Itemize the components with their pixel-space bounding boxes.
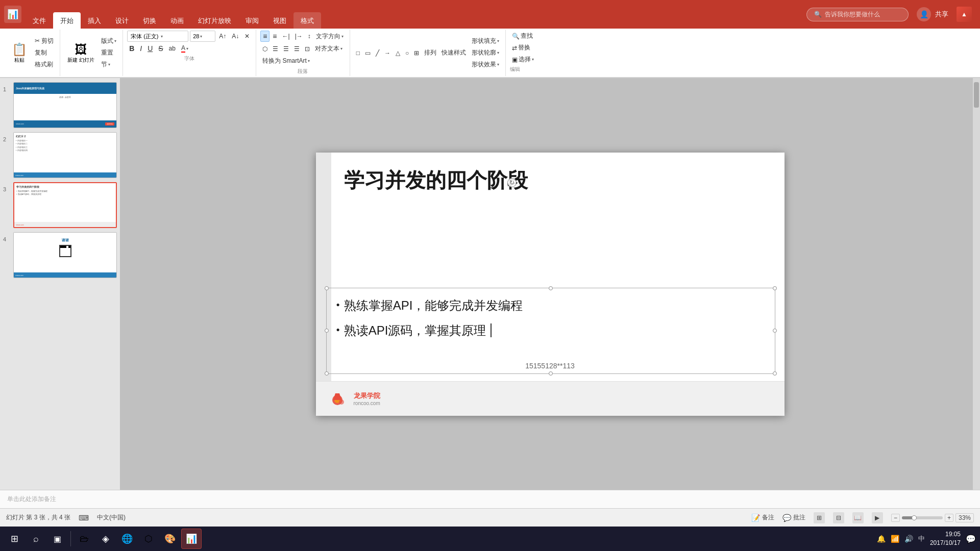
bullets-button[interactable]: ≡ xyxy=(260,31,270,42)
justify-button[interactable]: ☰ xyxy=(292,44,302,54)
action-center-button[interactable]: 💬 xyxy=(966,534,976,544)
strikethrough-button[interactable]: S xyxy=(156,43,165,54)
browser-button[interactable]: 🌐 xyxy=(117,529,137,549)
align-left-button[interactable]: ⬡ xyxy=(260,44,270,54)
slide-title[interactable]: 学习并发的四个阶段 xyxy=(344,167,756,193)
app1-button[interactable]: ⬡ xyxy=(138,529,159,549)
format-painter-button[interactable]: 格式刷 xyxy=(33,59,56,70)
slide-item-3[interactable]: 3 学习并发的四个阶段 • 熟练掌握API，能够完成并发编程 • 熟读API源码… xyxy=(3,182,117,228)
comments-toggle[interactable]: 💬 批注 xyxy=(782,513,805,522)
handle-br[interactable] xyxy=(773,371,777,375)
start-button[interactable]: ⊞ xyxy=(4,529,24,549)
font-color-button[interactable]: A▾ xyxy=(179,43,190,54)
tab-视图[interactable]: 视图 xyxy=(266,12,293,29)
task-view-button[interactable]: ▣ xyxy=(47,529,67,549)
new-slide-button[interactable]: 🖼 新建 幻灯片 xyxy=(64,40,97,66)
char-spacing-button[interactable]: ab xyxy=(167,44,178,53)
align-center-button[interactable]: ☰ xyxy=(271,44,280,54)
settings-button[interactable]: ◈ xyxy=(95,529,116,549)
slide-item-4[interactable]: 4 谢谢 xyxy=(3,232,117,278)
volume-icon[interactable]: 🔊 xyxy=(904,535,913,543)
bullet-content[interactable]: ● 熟练掌握API，能够完成并发编程 ● 熟读API源码，掌握其原理 xyxy=(336,294,769,341)
shape-fill-button[interactable]: 形状填充▾ xyxy=(470,36,501,46)
notification-icon[interactable]: 🔔 xyxy=(877,535,886,543)
underline-button[interactable]: U xyxy=(145,43,155,54)
zoom-controls[interactable]: − + 33% xyxy=(891,513,974,522)
tab-插入[interactable]: 插入 xyxy=(81,12,108,29)
slide-item-1[interactable]: 1 Java并发编程原理与实战 讲师: 余胜军 roncoo.com 龙果学院 xyxy=(3,82,117,128)
slide-sorter-button[interactable]: ⊟ xyxy=(833,512,844,523)
notes-toggle[interactable]: 📝 备注 xyxy=(751,513,774,522)
increase-indent-button[interactable]: |→ xyxy=(293,32,305,41)
shape-outline-button[interactable]: 形状轮廓▾ xyxy=(470,47,501,58)
convert-smartart-button[interactable]: 转换为 SmartArt▾ xyxy=(260,56,312,66)
decrease-font-button[interactable]: A↓ xyxy=(230,32,241,41)
shape-line[interactable]: ╱ xyxy=(374,47,381,58)
line-spacing-button[interactable]: ↕ xyxy=(306,32,313,41)
col-button[interactable]: ⊡ xyxy=(303,44,312,54)
shape-triangle[interactable]: △ xyxy=(394,47,402,58)
cut-button[interactable]: ✂ 剪切 xyxy=(33,36,56,46)
title-rotate-handle[interactable]: ↻ xyxy=(507,178,517,187)
tab-格式[interactable]: 格式 xyxy=(293,12,321,29)
replace-button[interactable]: ⇄ 替换 xyxy=(510,42,532,53)
tab-幻灯片放映[interactable]: 幻灯片放映 xyxy=(191,12,238,29)
numbering-button[interactable]: ≡ xyxy=(271,31,279,41)
handle-tl[interactable] xyxy=(325,286,329,290)
notes-bar[interactable]: 单击此处添加备注 xyxy=(0,490,980,508)
tab-设计[interactable]: 设计 xyxy=(108,12,136,29)
zoom-level[interactable]: 33% xyxy=(955,513,974,522)
select-button[interactable]: ▣ 选择▾ xyxy=(510,54,536,65)
increase-font-button[interactable]: A↑ xyxy=(217,32,228,41)
shape-circle[interactable]: ○ xyxy=(403,47,411,58)
slide-item-2[interactable]: 2 幻灯片 2 • 内容项目一 • 内容项目二 • 内容项目三 • 内容项目四 … xyxy=(3,132,117,178)
user-icon: 👤 xyxy=(917,7,931,21)
notes-placeholder: 单击此处添加备注 xyxy=(7,495,56,504)
paste-button[interactable]: 📋 粘贴 xyxy=(8,40,31,66)
align-text-button[interactable]: 对齐文本▾ xyxy=(313,43,345,54)
shape-round-rect[interactable]: ▭ xyxy=(363,47,373,58)
align-right-button[interactable]: ☰ xyxy=(281,44,291,54)
reset-button[interactable]: 重置 xyxy=(99,47,118,58)
handle-bl[interactable] xyxy=(325,371,329,375)
tab-动画[interactable]: 动画 xyxy=(163,12,191,29)
clear-format-button[interactable]: ✕ xyxy=(242,32,252,41)
font-size-selector[interactable]: 28▾ xyxy=(190,31,215,42)
handle-ml[interactable] xyxy=(325,329,329,333)
share-button[interactable]: 共享 xyxy=(935,10,948,19)
shape-arrow[interactable]: → xyxy=(382,47,393,58)
normal-view-button[interactable]: ⊞ xyxy=(814,512,825,523)
tab-审阅[interactable]: 审阅 xyxy=(238,12,266,29)
tab-开始[interactable]: 开始 xyxy=(53,12,81,29)
handle-tm[interactable] xyxy=(549,286,553,290)
powerpoint-button[interactable]: 📊 xyxy=(181,529,202,549)
canvas-scrollbar-v[interactable] xyxy=(973,78,980,490)
file-explorer-button[interactable]: 🗁 xyxy=(74,529,94,549)
network-icon[interactable]: 📶 xyxy=(891,535,899,543)
app2-button[interactable]: 🎨 xyxy=(160,529,180,549)
section-button[interactable]: 节▾ xyxy=(99,59,118,70)
quick-styles-button[interactable]: 快速样式 xyxy=(439,47,468,58)
text-direction-button[interactable]: 文字方向▾ xyxy=(314,31,346,42)
shape-effect-button[interactable]: 形状效果▾ xyxy=(470,59,501,70)
tab-文件[interactable]: 文件 xyxy=(26,12,53,29)
shape-more[interactable]: ⊞ xyxy=(412,47,421,58)
handle-bm[interactable] xyxy=(549,371,553,375)
handle-mr[interactable] xyxy=(773,329,777,333)
search-button[interactable]: ⌕ xyxy=(26,529,46,549)
decrease-indent-button[interactable]: ←| xyxy=(280,32,292,41)
copy-button[interactable]: 复制 xyxy=(33,47,56,58)
font-name-selector[interactable]: 宋体 (正文)▾ xyxy=(127,31,188,42)
italic-button[interactable]: I xyxy=(138,43,144,54)
arrange-button[interactable]: 排列 xyxy=(422,47,438,58)
search-box[interactable]: 🔍 告诉我你想要做什么 xyxy=(806,8,909,21)
reading-view-button[interactable]: 📖 xyxy=(852,512,864,523)
slide-canvas[interactable]: 学习并发的四个阶段 ● xyxy=(316,153,785,416)
find-button[interactable]: 🔍 查找 xyxy=(510,31,535,41)
shape-rect[interactable]: □ xyxy=(354,47,362,58)
layout-button[interactable]: 版式▾ xyxy=(99,36,118,46)
tab-切换[interactable]: 切换 xyxy=(136,12,163,29)
bold-button[interactable]: B xyxy=(127,43,136,54)
slideshow-button[interactable]: ▶ xyxy=(872,512,883,523)
handle-tr[interactable] xyxy=(773,286,777,290)
